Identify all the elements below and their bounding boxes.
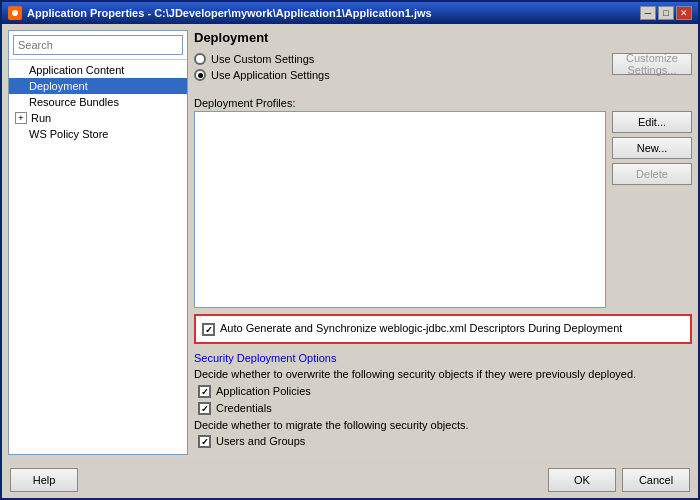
sidebar: Application Content Deployment Resource … <box>8 30 188 455</box>
sidebar-item-run[interactable]: + Run <box>9 110 187 126</box>
app-policies-row: Application Policies <box>198 384 692 398</box>
help-button[interactable]: Help <box>10 468 78 492</box>
sidebar-item-label: Deployment <box>29 80 88 92</box>
edit-button[interactable]: Edit... <box>612 111 692 133</box>
title-buttons: ─ □ ✕ <box>640 6 692 20</box>
app-icon <box>8 6 22 20</box>
security-title: Security Deployment Options <box>194 352 692 364</box>
main-content: Application Content Deployment Resource … <box>2 24 698 461</box>
credentials-label: Credentials <box>216 402 272 414</box>
auto-generate-label: Auto Generate and Synchronize weblogic-j… <box>220 322 622 334</box>
search-box <box>9 31 187 60</box>
security-desc1: Decide whether to overwrite the followin… <box>194 368 692 380</box>
maximize-button[interactable]: □ <box>658 6 674 20</box>
credentials-row: Credentials <box>198 401 692 415</box>
sidebar-item-ws-policy-store[interactable]: WS Policy Store <box>9 126 187 142</box>
radio-group: Use Custom Settings Use Application Sett… <box>194 53 330 81</box>
title-bar-left: Application Properties - C:\JDeveloper\m… <box>8 6 432 20</box>
radio-custom[interactable]: Use Custom Settings <box>194 53 330 65</box>
new-button[interactable]: New... <box>612 137 692 159</box>
users-groups-label: Users and Groups <box>216 435 305 447</box>
credentials-checkbox[interactable] <box>198 402 211 415</box>
sidebar-item-label: Resource Bundles <box>29 96 119 108</box>
delete-button[interactable]: Delete <box>612 163 692 185</box>
profiles-list[interactable] <box>194 111 606 308</box>
radio-custom-label: Use Custom Settings <box>211 53 314 65</box>
minimize-button[interactable]: ─ <box>640 6 656 20</box>
expander-icon[interactable]: + <box>15 112 27 124</box>
tree-area: Application Content Deployment Resource … <box>9 60 187 454</box>
radio-custom-btn[interactable] <box>194 53 206 65</box>
close-button[interactable]: ✕ <box>676 6 692 20</box>
window-title: Application Properties - C:\JDeveloper\m… <box>27 7 432 19</box>
users-groups-checkbox[interactable] <box>198 435 211 448</box>
auto-generate-box: Auto Generate and Synchronize weblogic-j… <box>194 314 692 344</box>
profiles-section: Edit... New... Delete <box>194 111 692 308</box>
title-bar: Application Properties - C:\JDeveloper\m… <box>2 2 698 24</box>
right-panel: Deployment Use Custom Settings Use Appli… <box>194 30 692 455</box>
app-policies-label: Application Policies <box>216 385 311 397</box>
radio-application-btn[interactable] <box>194 69 206 81</box>
bottom-right-buttons: OK Cancel <box>548 468 690 492</box>
sidebar-item-deployment[interactable]: Deployment <box>9 78 187 94</box>
bottom-bar: Help OK Cancel <box>2 461 698 498</box>
search-input[interactable] <box>13 35 183 55</box>
radio-application-label: Use Application Settings <box>211 69 330 81</box>
security-desc2: Decide whether to migrate the following … <box>194 419 692 431</box>
profiles-label: Deployment Profiles: <box>194 97 692 109</box>
radio-application[interactable]: Use Application Settings <box>194 69 330 81</box>
profiles-buttons: Edit... New... Delete <box>612 111 692 308</box>
customize-settings-button[interactable]: Customize Settings... <box>612 53 692 75</box>
security-section: Security Deployment Options Decide wheth… <box>194 352 692 451</box>
sidebar-item-label: Application Content <box>29 64 124 76</box>
cancel-button[interactable]: Cancel <box>622 468 690 492</box>
sidebar-item-label: Run <box>31 112 51 124</box>
application-properties-window: Application Properties - C:\JDeveloper\m… <box>0 0 700 500</box>
panel-title: Deployment <box>194 30 692 45</box>
sidebar-item-label: WS Policy Store <box>29 128 108 140</box>
sidebar-item-resource-bundles[interactable]: Resource Bundles <box>9 94 187 110</box>
auto-generate-checkbox[interactable] <box>202 323 215 336</box>
users-groups-row: Users and Groups <box>198 434 692 448</box>
svg-point-1 <box>12 10 18 16</box>
ok-button[interactable]: OK <box>548 468 616 492</box>
app-policies-checkbox[interactable] <box>198 385 211 398</box>
sidebar-item-application-content[interactable]: Application Content <box>9 62 187 78</box>
